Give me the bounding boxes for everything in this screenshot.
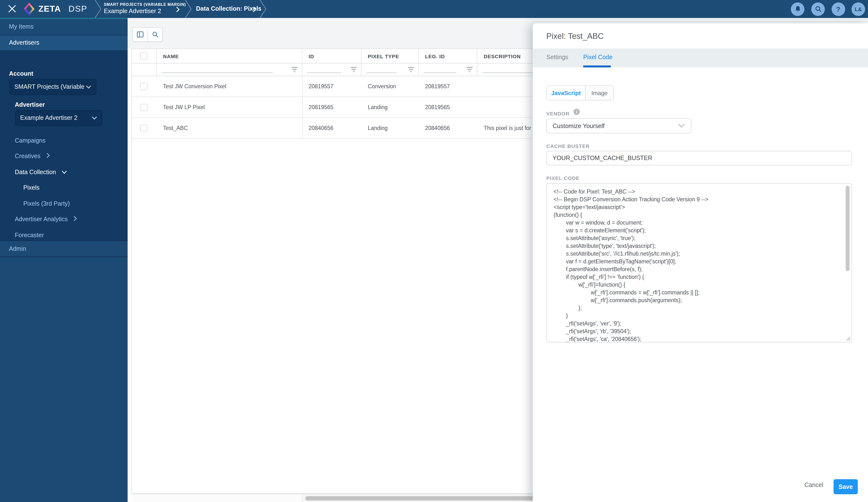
search-button[interactable]	[811, 2, 825, 16]
breadcrumb-account: SMART PROJECTS (VARIABLE MARGIN)	[104, 2, 186, 7]
top-bar: ZETA DSP SMART PROJECTS (VARIABLE MARGIN…	[0, 0, 868, 18]
chevron-down-icon	[86, 85, 91, 88]
column-panel-button[interactable]	[133, 27, 147, 42]
bell-icon	[794, 5, 801, 13]
column-header-pixel-type[interactable]: PIXEL TYPE	[361, 49, 419, 64]
row-checkbox[interactable]	[140, 125, 147, 132]
info-glyph: i	[576, 109, 577, 114]
sidebar-item-advertiser-analytics[interactable]: Advertiser Analytics	[15, 211, 142, 227]
cell-leg-id: 20840656	[419, 118, 477, 139]
cell-id: 20819565	[302, 97, 361, 118]
sidebar-footer-area	[0, 257, 127, 502]
info-icon[interactable]: i	[574, 109, 580, 115]
breadcrumb-separator-icon	[183, 0, 194, 18]
pixels-label: Pixels	[23, 184, 40, 191]
filter-cell-id[interactable]	[302, 64, 361, 76]
column-header-leg-id[interactable]: LEG. ID	[419, 49, 477, 64]
chevron-right-icon	[73, 216, 77, 221]
code-scrollbar-thumb[interactable]	[846, 186, 849, 271]
advertisers-label: Advertisers	[9, 35, 39, 50]
filter-icon[interactable]	[466, 67, 473, 73]
sidebar-item-advertisers[interactable]: Advertisers	[0, 35, 127, 50]
column-header-id[interactable]: ID	[302, 49, 361, 64]
grid-search-button[interactable]	[147, 27, 163, 42]
row-checkbox[interactable]	[140, 104, 147, 111]
sidebar-item-my-items[interactable]: My Items	[0, 19, 127, 35]
sidebar-item-campaigns[interactable]: Campaigns	[15, 133, 142, 148]
advertiser-select[interactable]: Example Advertiser 2	[15, 110, 102, 126]
notifications-button[interactable]	[791, 2, 804, 16]
account-label: Account	[9, 70, 33, 77]
zeta-dsp-app: ZETA DSP SMART PROJECTS (VARIABLE MARGIN…	[0, 0, 868, 502]
tab-settings[interactable]: Settings	[546, 49, 568, 67]
cache-buster-label: CACHE BUSTER	[546, 143, 590, 149]
filter-icon[interactable]	[291, 67, 298, 73]
breadcrumb[interactable]: SMART PROJECTS (VARIABLE MARGIN) Example…	[104, 2, 186, 14]
breadcrumb-separator-icon	[93, 0, 104, 18]
sidebar-item-creatives[interactable]: Creatives	[15, 148, 142, 164]
help-button[interactable]: ?	[831, 2, 845, 16]
filter-cell-leg-id[interactable]	[419, 64, 477, 76]
cancel-button[interactable]: Cancel	[804, 482, 823, 489]
filter-icon[interactable]	[407, 67, 414, 73]
panel-title: Pixel: Test_ABC	[546, 32, 603, 41]
filter-input-pixel-type[interactable]	[366, 72, 396, 73]
filter-cell-name[interactable]	[157, 64, 302, 76]
resize-grip-icon[interactable]	[845, 336, 850, 341]
active-tab-underline	[583, 65, 611, 67]
chevron-right-icon[interactable]	[252, 6, 257, 14]
filter-input-leg-id[interactable]	[424, 72, 457, 73]
panel-tabs: Settings Pixel Code	[533, 49, 868, 67]
cell-id: 20819557	[302, 76, 361, 97]
filter-input-name[interactable]	[162, 72, 273, 73]
question-mark-icon: ?	[836, 5, 840, 13]
row-checkbox-cell	[132, 76, 157, 97]
code-type-toggle: JavaScript Image	[546, 85, 614, 101]
pixel-code-textarea[interactable]: <!-- Code for Pixel: Test_ABC --> <!-- B…	[546, 183, 852, 343]
filter-cell-empty	[132, 64, 157, 76]
data-collection-label: Data Collection	[15, 169, 56, 175]
advertiser-analytics-label: Advertiser Analytics	[15, 216, 68, 223]
campaigns-label: Campaigns	[15, 137, 45, 144]
cell-leg-id: 20819565	[419, 97, 477, 118]
forecaster-label: Forecaster	[15, 232, 44, 238]
creatives-label: Creatives	[15, 153, 41, 159]
cache-buster-input[interactable]: YOUR_CUSTOM_CACHE_BUSTER	[546, 151, 852, 165]
advertiser-label: Advertiser	[15, 101, 45, 108]
columns-icon	[137, 31, 144, 38]
vendor-select-value: Customize Yourself	[552, 123, 678, 129]
sidebar-item-pixels[interactable]: Pixels	[23, 180, 151, 196]
sidebar-item-data-collection[interactable]: Data Collection	[15, 164, 142, 180]
account-select[interactable]: SMART Projects (Variable M...	[9, 79, 96, 95]
filter-cell-pixel-type[interactable]	[361, 64, 419, 76]
brand-suffix: DSP	[69, 0, 87, 18]
image-toggle-button[interactable]: Image	[586, 86, 613, 100]
cell-name: Test JW Conversion Pixel	[157, 76, 302, 97]
user-avatar[interactable]: L&	[851, 2, 865, 16]
sidebar-item-admin[interactable]: Admin	[0, 241, 127, 257]
tab-pixel-code[interactable]: Pixel Code	[583, 49, 612, 67]
row-checkbox[interactable]	[140, 83, 147, 90]
chevron-down-icon	[62, 170, 67, 174]
chevron-down-icon	[92, 116, 97, 119]
table-left-gutter	[127, 49, 132, 502]
filter-input-id[interactable]	[307, 72, 341, 73]
my-items-label: My Items	[9, 19, 33, 35]
chevron-right-icon[interactable]	[176, 6, 180, 14]
pinned-column-separator	[302, 76, 303, 139]
javascript-toggle-button[interactable]: JavaScript	[547, 86, 586, 100]
cache-buster-value: YOUR_CUSTOM_CACHE_BUSTER	[552, 155, 652, 161]
cell-name: Test JW LP Pixel	[157, 97, 302, 118]
cell-id: 20840656	[302, 118, 361, 139]
save-button[interactable]: Save	[834, 479, 858, 494]
vendor-select[interactable]: Customize Yourself	[546, 118, 691, 133]
breadcrumb-current[interactable]: Data Collection: Pixels	[196, 0, 261, 18]
filter-icon[interactable]	[350, 67, 357, 73]
column-header-name[interactable]: NAME	[157, 49, 302, 64]
sidebar-item-pixels-3rd-party[interactable]: Pixels (3rd Party)	[23, 196, 151, 211]
cell-leg-id: 20819557	[419, 76, 477, 97]
grid-toolbar	[133, 27, 163, 42]
close-menu-icon[interactable]	[8, 4, 17, 13]
select-all-checkbox[interactable]	[140, 52, 147, 60]
header-checkbox-cell	[132, 49, 157, 64]
